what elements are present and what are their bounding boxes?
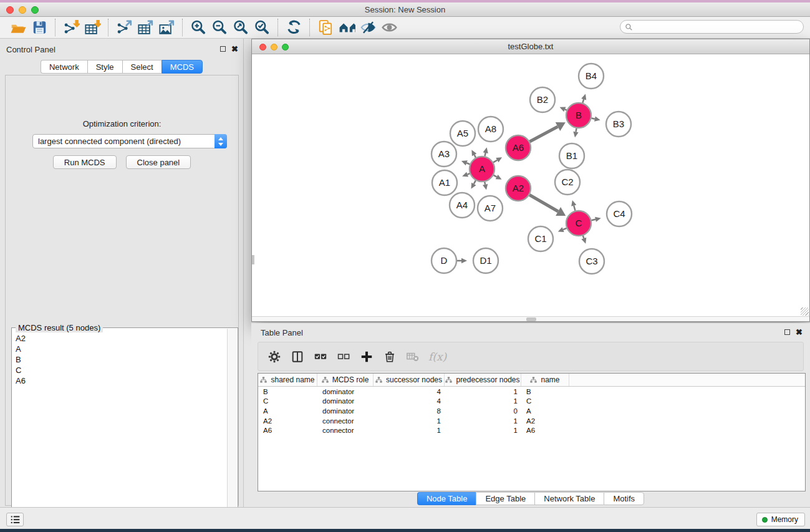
column-header-predecessor-nodes[interactable]: predecessor nodes xyxy=(445,374,521,386)
cell-name: A xyxy=(521,407,569,415)
zoom-selected-button[interactable] xyxy=(251,18,272,37)
column-header-name[interactable]: name xyxy=(521,374,569,386)
zoom-fit-button[interactable] xyxy=(230,18,251,37)
export-network-button[interactable] xyxy=(113,18,135,37)
network-hscroll-thumb[interactable] xyxy=(526,317,536,321)
table-row-A2[interactable]: A2connector11A2 xyxy=(258,416,805,426)
edge-A-A1[interactable] xyxy=(468,173,470,174)
zoom-out-button[interactable] xyxy=(209,18,230,37)
save-button[interactable] xyxy=(29,18,50,37)
show-button[interactable] xyxy=(378,18,400,37)
edge-C-C4[interactable] xyxy=(591,220,595,221)
delete-button[interactable] xyxy=(382,349,397,364)
open-folder-icon xyxy=(10,19,27,36)
task-history-button[interactable] xyxy=(6,513,24,526)
gear-button[interactable] xyxy=(267,349,282,364)
column-header-shared-name[interactable]: shared name xyxy=(258,374,317,386)
function-builder-button[interactable]: f(x) xyxy=(428,351,446,363)
result-item-C[interactable]: C xyxy=(12,365,226,375)
mcds-result-box: MCDS result (5 nodes) A2ABCA6 xyxy=(11,327,238,532)
tab-mcds[interactable]: MCDS xyxy=(162,60,203,74)
refresh-button[interactable] xyxy=(283,18,304,37)
edge-B-B2[interactable] xyxy=(565,109,567,110)
cell-predecessor-nodes: 1 xyxy=(445,397,521,405)
network-hscroll[interactable] xyxy=(252,316,809,321)
network-canvas[interactable]: AA1A2A3A4A5A6A7A8BB1B2B3B4CC1C2C3C4DD1 xyxy=(252,54,809,317)
add-button[interactable] xyxy=(359,349,374,364)
column-button[interactable] xyxy=(290,349,305,364)
clone-network-button[interactable] xyxy=(315,18,336,37)
column-header-successor-nodes[interactable]: successor nodes xyxy=(374,374,445,386)
edge-A6-B[interactable] xyxy=(530,127,558,142)
edge-C-C2[interactable] xyxy=(574,206,575,211)
control-panel-title: Control Panel xyxy=(6,45,55,54)
node-label-C: C xyxy=(576,218,582,228)
tab-network[interactable]: Network xyxy=(41,60,87,74)
open-folder-button[interactable] xyxy=(7,18,29,37)
hide-button[interactable] xyxy=(357,18,378,37)
edge-B-B1[interactable] xyxy=(576,128,577,132)
search-field[interactable] xyxy=(620,20,804,34)
import-table-button[interactable] xyxy=(82,18,103,37)
column-type-icon xyxy=(260,377,267,383)
edge-C-C1[interactable] xyxy=(563,228,566,230)
table-row-A[interactable]: Adominator80A xyxy=(258,406,805,416)
edge-A2-C[interactable] xyxy=(529,195,558,211)
node-label-A4: A4 xyxy=(456,200,468,210)
table-row-A6[interactable]: A6connector11A6 xyxy=(258,425,805,435)
close-panel-icon[interactable]: ✖ xyxy=(231,46,238,52)
result-item-A[interactable]: A xyxy=(12,344,226,354)
memory-button[interactable]: Memory xyxy=(756,513,805,526)
table-row-B[interactable]: Bdominator41B xyxy=(258,387,805,397)
export-image-button[interactable] xyxy=(156,18,177,37)
zoom-in-button[interactable] xyxy=(188,18,209,37)
tab-style[interactable]: Style xyxy=(87,60,122,74)
network-window-titlebar[interactable]: testGlobe.txt xyxy=(252,39,809,54)
select-all-button[interactable] xyxy=(313,349,328,364)
tab-node-table[interactable]: Node Table xyxy=(417,492,476,505)
column-header-MCDS-role[interactable]: MCDS role xyxy=(317,374,374,386)
edge-A-A6[interactable] xyxy=(493,160,497,163)
node-table: shared nameMCDS rolesuccessor nodesprede… xyxy=(258,373,806,491)
tab-network-table[interactable]: Network Table xyxy=(534,492,604,505)
tab-edge-table[interactable]: Edge Table xyxy=(476,492,534,505)
edge-A-A2[interactable] xyxy=(494,175,497,177)
gear-icon xyxy=(268,350,281,364)
run-mcds-button[interactable]: Run MCDS xyxy=(53,155,117,169)
search-input[interactable] xyxy=(635,22,803,31)
result-scrollbar[interactable] xyxy=(227,329,237,532)
result-item-A2[interactable]: A2 xyxy=(12,333,226,344)
edge-A-A7[interactable] xyxy=(485,182,485,185)
edge-arrow-D-D1 xyxy=(461,258,467,263)
tab-motifs[interactable]: Motifs xyxy=(604,492,644,505)
edge-A-A5[interactable] xyxy=(475,155,476,157)
float-panel-icon[interactable] xyxy=(220,46,226,52)
zoom-fit-icon xyxy=(233,19,249,36)
close-panel-button[interactable]: Close panel xyxy=(126,155,191,169)
result-item-A6[interactable]: A6 xyxy=(12,375,226,386)
delete-table-button[interactable] xyxy=(405,349,420,364)
column-type-icon xyxy=(322,377,329,383)
export-table-button[interactable] xyxy=(135,18,156,37)
edge-A-A4[interactable] xyxy=(474,180,476,183)
edge-B-B4[interactable] xyxy=(582,99,584,103)
network-vscroll-thumb[interactable] xyxy=(252,255,254,264)
float-table-panel-icon[interactable] xyxy=(784,329,790,335)
edge-A-A3[interactable] xyxy=(466,163,470,164)
optimization-criterion-select[interactable]: largest connected component (directed) xyxy=(32,134,227,148)
edge-A-A8[interactable] xyxy=(485,153,485,156)
delete-table-icon xyxy=(406,350,420,364)
node-label-A7: A7 xyxy=(485,203,496,213)
deselect-all-button[interactable] xyxy=(336,349,351,364)
result-item-B[interactable]: B xyxy=(12,354,226,365)
node-label-A5: A5 xyxy=(457,128,468,138)
resize-grip[interactable] xyxy=(801,307,809,316)
edge-B-B3[interactable] xyxy=(592,118,595,118)
toolbar-separator xyxy=(108,19,108,36)
tab-select[interactable]: Select xyxy=(122,60,162,74)
home-button[interactable] xyxy=(336,18,357,37)
import-network-button[interactable] xyxy=(60,18,82,37)
close-table-panel-icon[interactable]: ✖ xyxy=(796,329,803,336)
table-row-C[interactable]: Cdominator41C xyxy=(258,397,805,407)
edge-C-C3[interactable] xyxy=(583,236,584,238)
